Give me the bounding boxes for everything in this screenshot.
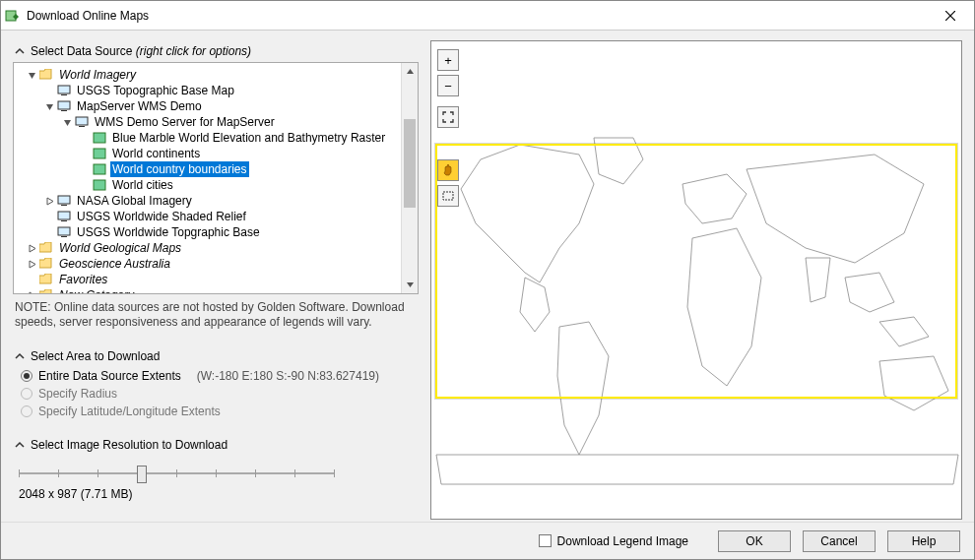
svg-rect-17 <box>58 227 70 235</box>
chevron-up-icon <box>13 438 27 452</box>
tree-item-wms-demo-server[interactable]: WMS Demo Server for MapServer <box>16 114 396 130</box>
zoom-in-button[interactable]: + <box>437 49 459 71</box>
rectangle-select-icon <box>442 190 454 202</box>
close-button[interactable] <box>931 2 970 30</box>
dialog-button-bar: Download Legend Image OK Cancel Help <box>1 522 974 559</box>
radio-specify-radius[interactable]: Specify Radius <box>13 385 419 403</box>
folder-icon <box>39 258 53 270</box>
cancel-button[interactable]: Cancel <box>803 530 876 552</box>
data-source-note: NOTE: Online data sources are not hosted… <box>13 294 419 332</box>
expand-icon[interactable] <box>26 289 37 293</box>
collapse-icon[interactable] <box>61 116 73 128</box>
resolution-slider[interactable] <box>19 464 334 483</box>
tree-item-country-boundaries[interactable]: World country boundaries <box>16 161 396 177</box>
radio-icon <box>21 370 32 382</box>
monitor-icon <box>57 100 71 112</box>
radio-icon <box>21 388 32 400</box>
radio-label: Specify Radius <box>38 387 117 401</box>
app-icon <box>5 8 21 24</box>
download-online-maps-dialog: Download Online Maps Select Data Source … <box>0 0 975 560</box>
tree-item-new-category[interactable]: New Category <box>16 287 396 293</box>
checkbox-label: Download Legend Image <box>557 534 688 548</box>
svg-rect-6 <box>61 110 67 111</box>
svg-rect-10 <box>94 149 105 158</box>
svg-rect-8 <box>79 126 85 127</box>
svg-rect-19 <box>443 192 453 200</box>
map-preview[interactable]: + − <box>430 40 962 520</box>
section-area[interactable]: Select Area to Download <box>13 345 419 367</box>
plus-icon: + <box>444 53 452 68</box>
svg-rect-3 <box>58 86 70 93</box>
section-resolution[interactable]: Select Image Resolution to Download <box>13 434 419 456</box>
pan-button[interactable] <box>437 159 459 181</box>
tree-item-world-imagery[interactable]: World Imagery <box>16 67 396 83</box>
tree-item-nasa[interactable]: NASA Global Imagery <box>16 193 396 209</box>
tree-item-geoscience-au[interactable]: Geoscience Australia <box>16 256 396 272</box>
chevron-up-icon <box>13 349 27 363</box>
chevron-up-icon <box>13 44 27 58</box>
expand-icon[interactable] <box>26 258 37 270</box>
rectangle-select-button[interactable] <box>437 185 459 207</box>
section-hint: (right click for options) <box>136 44 251 58</box>
data-source-tree: World Imagery USGS Topographic Base Map … <box>13 62 419 294</box>
radio-icon <box>21 405 32 417</box>
tree-scrollbar[interactable] <box>401 63 418 293</box>
svg-rect-14 <box>61 205 67 206</box>
monitor-icon <box>57 211 71 222</box>
tree-item-usgs-shaded[interactable]: USGS Worldwide Shaded Relief <box>16 209 396 224</box>
expand-icon[interactable] <box>43 195 55 207</box>
expand-icon[interactable] <box>26 242 37 254</box>
zoom-extents-button[interactable] <box>437 106 459 128</box>
tree-item-usgs-topg[interactable]: USGS Worldwide Topgraphic Base <box>16 224 396 240</box>
checkbox-icon <box>539 534 552 547</box>
ok-button[interactable]: OK <box>718 530 791 552</box>
svg-rect-16 <box>61 220 67 221</box>
radio-label: Entire Data Source Extents <box>38 369 181 383</box>
extents-value: (W:-180 E:180 S:-90 N:83.627419) <box>197 369 379 383</box>
help-button[interactable]: Help <box>887 530 960 552</box>
radio-entire-extents[interactable]: Entire Data Source Extents (W:-180 E:180… <box>13 367 419 385</box>
resolution-value: 2048 x 987 (7.71 MB) <box>19 483 413 501</box>
svg-rect-9 <box>94 133 105 143</box>
tree-item-mapserver[interactable]: MapServer WMS Demo <box>16 98 396 114</box>
layer-icon <box>93 148 106 159</box>
radio-specify-latlon[interactable]: Specify Latitude/Longitude Extents <box>13 403 419 420</box>
titlebar: Download Online Maps <box>1 1 974 31</box>
slider-thumb[interactable] <box>137 466 147 483</box>
layer-icon <box>93 132 106 144</box>
svg-rect-7 <box>76 117 88 125</box>
svg-rect-12 <box>94 180 105 190</box>
fit-icon <box>442 111 454 123</box>
selection-rectangle[interactable] <box>435 144 957 399</box>
monitor-icon <box>57 195 71 207</box>
section-label: Select Data Source <box>31 44 132 58</box>
layer-icon <box>93 179 106 191</box>
folder-open-icon <box>39 69 53 81</box>
svg-rect-13 <box>58 196 70 204</box>
window-title: Download Online Maps <box>27 9 931 23</box>
section-label: Select Image Resolution to Download <box>31 438 228 452</box>
tree-item-cities[interactable]: World cities <box>16 177 396 193</box>
monitor-icon <box>57 85 71 96</box>
collapse-icon[interactable] <box>43 100 55 112</box>
layer-icon <box>93 163 106 175</box>
svg-rect-15 <box>58 212 70 219</box>
tree-item-geo-maps[interactable]: World Geological Maps <box>16 240 396 256</box>
scroll-thumb[interactable] <box>404 119 416 208</box>
svg-rect-4 <box>61 94 67 95</box>
scroll-up-icon[interactable] <box>402 63 418 80</box>
monitor-icon <box>75 116 89 128</box>
tree-item-favorites[interactable]: Favorites <box>16 272 396 287</box>
download-legend-checkbox[interactable]: Download Legend Image <box>539 534 688 548</box>
scroll-down-icon[interactable] <box>402 277 418 293</box>
folder-icon <box>39 289 53 293</box>
monitor-icon <box>57 226 71 238</box>
collapse-icon[interactable] <box>26 69 37 81</box>
zoom-out-button[interactable]: − <box>437 75 459 96</box>
hand-icon <box>441 163 455 177</box>
tree-item-blue-marble[interactable]: Blue Marble World Elevation and Bathymet… <box>16 130 396 146</box>
tree-item-usgs-topo[interactable]: USGS Topographic Base Map <box>16 83 396 98</box>
section-data-source[interactable]: Select Data Source (right click for opti… <box>13 40 419 62</box>
tree-item-continents[interactable]: World continents <box>16 146 396 161</box>
minus-icon: − <box>444 79 452 93</box>
